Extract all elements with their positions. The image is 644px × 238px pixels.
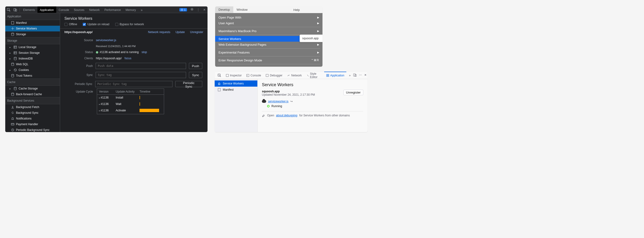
running-dot-icon (267, 105, 270, 107)
origin-url: https://squoosh.app/ (64, 30, 143, 34)
tab-memory[interactable]: Memory (123, 6, 138, 13)
sidebar-item-websql[interactable]: Web SQL (5, 61, 60, 67)
menu-snippet-editor[interactable]: Show Snippet Editor (215, 65, 322, 67)
tab-elements[interactable]: Elements (21, 6, 38, 13)
sidebar-item-cache-storage[interactable]: Cache Storage (5, 86, 60, 91)
issues-count: 1 (184, 8, 186, 11)
link-focus[interactable]: focus (124, 57, 132, 60)
submenu-arrow-icon: ▶ (317, 22, 319, 25)
menu-experimental-features[interactable]: Experimental Features▶ (215, 49, 322, 55)
checkbox-offline[interactable]: Offline (64, 23, 77, 26)
ff-about-debugging-link[interactable]: about:debugging (276, 114, 297, 117)
table-row: ▸#1136 Wait (97, 101, 164, 108)
ff-running-status: Running (272, 105, 282, 108)
col-version: Version (97, 89, 114, 95)
expand-icon[interactable]: ▸ (99, 103, 100, 106)
link-update[interactable]: Update (176, 30, 185, 34)
ff-tab-console[interactable]: Console (244, 72, 263, 79)
ff-inspect-icon[interactable] (216, 72, 223, 79)
svg-point-4 (192, 9, 192, 10)
ff-tab-style-editor[interactable]: Style Editor (304, 72, 324, 79)
tab-sources[interactable]: Sources (72, 6, 87, 13)
ff-responsive-icon[interactable] (353, 73, 356, 77)
ff-unregister-button[interactable]: Unregister (344, 90, 363, 95)
push-button[interactable]: Push (189, 63, 202, 69)
menu-user-agent[interactable]: User Agent▶ (215, 20, 322, 26)
status-dot-icon (96, 51, 98, 54)
sidebar-item-bg-sync[interactable]: Background Sync (5, 110, 60, 116)
ff-tab-application[interactable]: Application (324, 72, 346, 79)
ff-footer: Open about:debugging for Service Workers… (262, 114, 363, 117)
sidebar-item-cookies[interactable]: Cookies (5, 67, 60, 73)
tab-application[interactable]: Application (38, 6, 56, 13)
inspect-icon[interactable] (5, 6, 12, 13)
tab-console[interactable]: Console (56, 6, 72, 13)
submenu-item-host[interactable]: squoosh.app (300, 36, 322, 41)
more-icon[interactable]: ⋮ (195, 8, 201, 11)
expand-icon[interactable]: ▸ (99, 97, 100, 99)
menubar-window[interactable]: Window (233, 6, 251, 13)
svg-rect-5 (12, 21, 14, 24)
push-input[interactable] (96, 63, 186, 69)
sidebar-item-bfcache[interactable]: Back-forward Cache (5, 91, 60, 97)
sidebar-item-periodic-bg-sync[interactable]: Periodic Background Sync (5, 127, 60, 132)
source-script-link[interactable]: serviceworker.js (96, 39, 116, 42)
sidebar-item-trust-tokens[interactable]: Trust Tokens (5, 73, 60, 79)
sidebar-item-session-storage[interactable]: Session Storage (5, 50, 60, 56)
periodic-sync-button[interactable]: Periodic Sync (175, 81, 202, 87)
menubar-help[interactable]: Help (289, 6, 322, 13)
sidebar-item-manifest[interactable]: Manifest (5, 20, 60, 26)
sidebar-item-bg-fetch[interactable]: Background Fetch (5, 104, 60, 110)
col-timeline: Timeline (138, 89, 164, 95)
menu-responsive-design[interactable]: Enter Responsive Design Mode⌃⌘R (215, 57, 322, 63)
svg-rect-9 (14, 52, 17, 54)
sidebar-item-indexeddb[interactable]: IndexedDB (5, 56, 60, 61)
tabs-overflow-icon[interactable]: » (138, 6, 145, 13)
ff-tab-network[interactable]: Network (285, 72, 304, 79)
timeline-bar (140, 102, 140, 106)
close-icon[interactable]: ✕ (201, 8, 208, 11)
sidebar-item-local-storage[interactable]: Local Storage (5, 44, 60, 50)
safari-develop-menu: Develop Window Open Page With▶ User Agen… (215, 6, 322, 67)
expand-icon[interactable]: ▸ (99, 110, 100, 112)
sync-input[interactable] (96, 72, 186, 78)
sidebar-item-notifications[interactable]: Notifications (5, 116, 60, 121)
ff-sidebar-item-manifest[interactable]: Manifest (215, 87, 257, 93)
keyboard-shortcut: ⌃⌘R (311, 59, 319, 62)
device-toggle-icon[interactable] (12, 6, 18, 13)
settings-icon[interactable] (189, 8, 195, 12)
checkbox-bypass-network[interactable]: Bypass for network (115, 23, 144, 26)
sidebar-item-payment-handler[interactable]: Payment Handler (5, 121, 60, 127)
menubar-develop[interactable]: Develop (215, 6, 233, 13)
sidebar-item-service-workers[interactable]: Service Workers (5, 26, 60, 31)
issues-badge[interactable]: 1 (179, 8, 187, 11)
link-network-requests[interactable]: Network requests (148, 30, 170, 34)
submenu-arrow-icon: ▶ (317, 16, 319, 19)
ff-tab-inspector[interactable]: Inspector (224, 72, 244, 79)
menu-open-page-with[interactable]: Open Page With▶ (215, 14, 322, 20)
debug-arrow-icon[interactable]: ↪ (290, 100, 293, 103)
ff-more-icon[interactable]: ⋯ (359, 73, 362, 77)
periodic-sync-input[interactable] (95, 81, 172, 87)
sync-button[interactable]: Sync (189, 72, 202, 78)
svg-rect-30 (218, 88, 220, 91)
ff-tab-debugger[interactable]: Debugger (264, 72, 284, 79)
table-row: ▸#1136 Activate (97, 108, 164, 114)
sidebar-item-storage[interactable]: Storage (5, 31, 60, 37)
label-clients: Clients (65, 57, 93, 60)
tab-performance[interactable]: Performance (102, 6, 123, 13)
tab-network[interactable]: Network (87, 6, 102, 13)
menu-device[interactable]: Maximiliano's MacBook Pro▶ (215, 28, 322, 34)
link-unregister[interactable]: Unregister (190, 30, 203, 34)
ff-close-icon[interactable]: ✕ (364, 73, 366, 77)
menu-web-ext-bg-pages[interactable]: Web Extension Background Pages▶ (215, 42, 322, 47)
checkbox-update-on-reload[interactable]: Update on reload (83, 23, 109, 26)
col-activity: Update Activity (114, 89, 138, 95)
ff-script-link[interactable]: serviceworker.js (268, 100, 288, 103)
ff-tabs-overflow-icon[interactable]: » (347, 72, 353, 79)
status-value: #1136 activated and is running (96, 50, 138, 54)
received-timestamp: Received 11/24/2021, 1:44:48 PM (96, 45, 136, 48)
ff-sidebar-item-service-workers[interactable]: Service Workers (215, 80, 257, 87)
link-stop[interactable]: stop (142, 50, 147, 54)
label-status: Status (65, 50, 93, 54)
